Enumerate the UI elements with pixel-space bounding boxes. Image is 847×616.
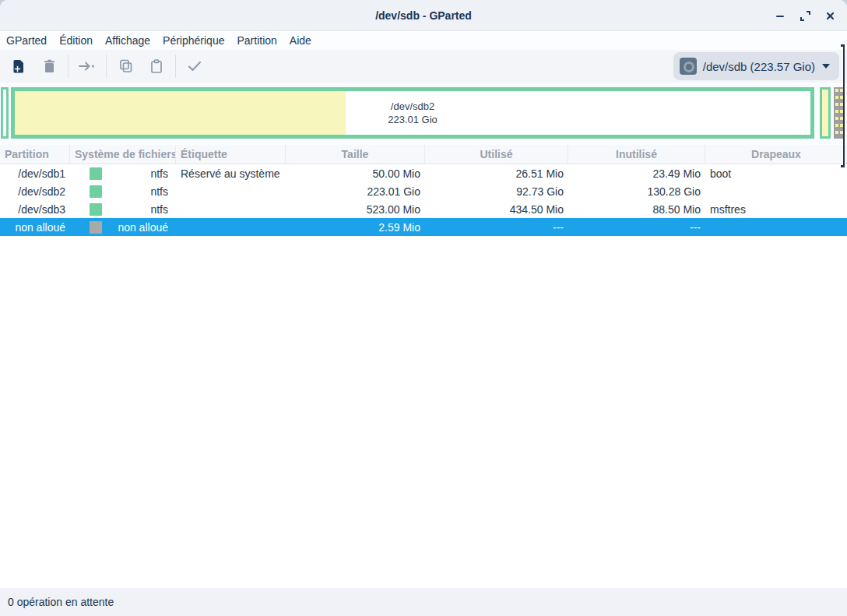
visual-segment-sdb3[interactable] (820, 87, 831, 139)
resize-move-icon (78, 61, 97, 72)
menu-partition[interactable]: Partition (230, 32, 283, 50)
table-row-unallocated[interactable]: non alloué non alloué 2.59 Mio --- --- (0, 218, 847, 236)
column-header-unused: Inutilisé (568, 145, 705, 164)
close-button[interactable] (817, 3, 842, 28)
menu-aide[interactable]: Aide (283, 32, 318, 50)
partition-unused: --- (568, 221, 705, 234)
menu-affichage[interactable]: Affichage (99, 32, 156, 50)
new-partition-button[interactable] (11, 59, 25, 73)
table-row-sdb3[interactable]: /dev/sdb3 ntfs 523.00 Mio 434.50 Mio 88.… (0, 200, 847, 218)
paste-icon (150, 59, 163, 73)
chevron-down-icon (822, 64, 830, 69)
hard-drive-icon (680, 58, 697, 75)
filesystem-color-swatch (90, 203, 102, 216)
disk-visual: /dev/sdb2 223.01 Gio (0, 83, 847, 145)
delete-partition-button[interactable] (42, 59, 56, 73)
table-row-sdb2[interactable]: /dev/sdb2 ntfs 223.01 Gio 92.73 Gio 130.… (0, 182, 847, 200)
scrollbar[interactable] (843, 44, 845, 167)
filesystem-cell: ntfs (70, 200, 176, 218)
partition-name: /dev/sdb2 (0, 185, 70, 198)
menu-edition[interactable]: Édition (53, 32, 99, 50)
partition-used: --- (425, 221, 568, 234)
titlebar: /dev/sdb - GParted (0, 0, 847, 31)
new-partition-icon (12, 59, 25, 73)
toolbar: /dev/sdb (223.57 Gio) (0, 50, 847, 83)
pending-operations-text: 0 opération en attente (8, 596, 114, 608)
column-header-flags: Drapeaux (705, 145, 847, 164)
menu-peripherique[interactable]: Périphérique (156, 32, 230, 50)
statusbar: 0 opération en attente (0, 588, 847, 616)
filesystem-name: non alloué (102, 221, 168, 234)
resize-move-button[interactable] (80, 59, 94, 73)
checkmark-icon (188, 61, 202, 72)
menu-gparted[interactable]: GParted (0, 32, 53, 50)
partition-unused: 23.49 Mio (568, 167, 705, 180)
toolbar-separator (68, 55, 69, 78)
selection-dash (835, 89, 838, 137)
partition-size: 50.00 Mio (286, 167, 425, 180)
maximize-button[interactable] (793, 3, 817, 28)
partition-flags: msftres (705, 203, 847, 216)
column-header-partition: Partition (0, 145, 70, 164)
partition-unused: 88.50 Mio (568, 203, 705, 216)
device-selector-label: /dev/sdb (223.57 Gio) (703, 60, 815, 73)
column-header-filesystem: Système de fichiers (70, 145, 176, 164)
column-header-label: Étiquette (176, 145, 286, 164)
column-header-used: Utilisé (425, 145, 568, 164)
partition-name: non alloué (0, 221, 70, 234)
paste-button[interactable] (149, 59, 163, 73)
partition-name: /dev/sdb1 (0, 167, 70, 180)
visual-segment-sdb1[interactable] (1, 87, 9, 139)
table-row-sdb1[interactable]: /dev/sdb1 ntfs Réservé au système 50.00 … (0, 164, 847, 182)
copy-button[interactable] (118, 59, 132, 73)
filesystem-cell: ntfs (70, 164, 176, 182)
filesystem-name: ntfs (102, 185, 168, 198)
partition-size: 223.01 Gio (286, 185, 425, 198)
partition-table-body: /dev/sdb1 ntfs Réservé au système 50.00 … (0, 164, 847, 236)
partition-table-header: Partition Système de fichiers Étiquette … (0, 145, 847, 164)
gparted-window: /dev/sdb - GParted GParted Édition Affic… (0, 0, 847, 616)
minimize-button[interactable] (768, 3, 793, 28)
filesystem-color-swatch (90, 167, 102, 180)
segment-size: 223.01 Gio (11, 113, 814, 126)
copy-icon (119, 59, 132, 73)
filesystem-cell: non alloué (70, 218, 176, 236)
partition-name: /dev/sdb3 (0, 203, 70, 216)
toolbar-separator (106, 55, 107, 78)
partition-used: 434.50 Mio (425, 203, 568, 216)
filesystem-color-swatch (90, 221, 102, 234)
window-title: /dev/sdb - GParted (0, 0, 847, 31)
filesystem-cell: ntfs (70, 182, 176, 200)
column-header-size: Taille (286, 145, 425, 164)
apply-operations-button[interactable] (188, 59, 202, 73)
trash-icon (43, 59, 56, 73)
visual-segment-label: /dev/sdb2 223.01 Gio (11, 100, 814, 126)
menubar: GParted Édition Affichage Périphérique P… (0, 32, 847, 50)
partition-unused: 130.28 Gio (568, 185, 705, 198)
toolbar-separator (175, 55, 176, 78)
filesystem-name: ntfs (102, 203, 168, 216)
filesystem-color-swatch (90, 185, 102, 198)
partition-used: 92.73 Gio (425, 185, 568, 198)
filesystem-name: ntfs (102, 167, 168, 180)
partition-label: Réservé au système (176, 167, 286, 180)
device-selector[interactable]: /dev/sdb (223.57 Gio) (673, 52, 839, 80)
partition-flags: boot (705, 167, 847, 180)
partition-size: 2.59 Mio (286, 221, 425, 234)
window-controls (768, 0, 842, 31)
partition-size: 523.00 Mio (286, 203, 425, 216)
partition-used: 26.51 Mio (425, 167, 568, 180)
segment-device-name: /dev/sdb2 (11, 100, 814, 113)
